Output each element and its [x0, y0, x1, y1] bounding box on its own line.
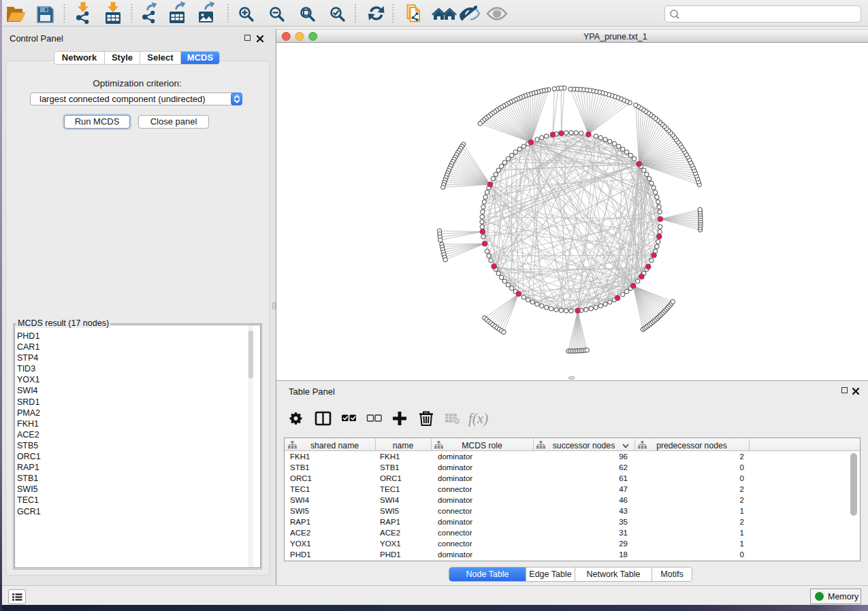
svg-text:f(x): f(x): [468, 410, 488, 427]
